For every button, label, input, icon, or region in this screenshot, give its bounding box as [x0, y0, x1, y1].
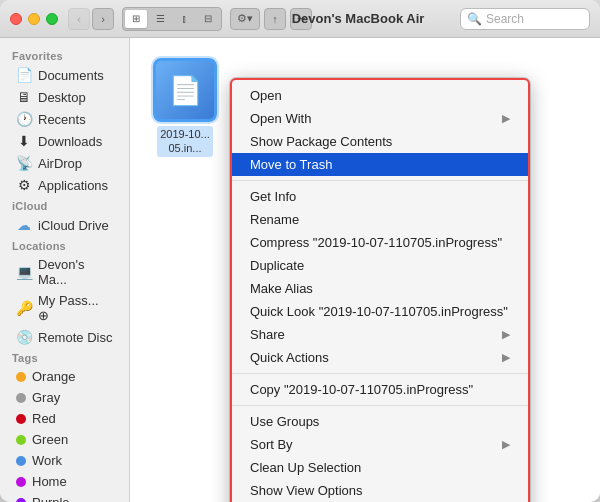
- menu-item-copy[interactable]: Copy "2019-10-07-110705.inProgress": [232, 378, 528, 401]
- sidebar-label-documents: Documents: [38, 68, 104, 83]
- menu-label-make-alias: Make Alias: [250, 281, 313, 296]
- documents-icon: 📄: [16, 67, 32, 83]
- search-placeholder: Search: [486, 12, 524, 26]
- view-controls: ⊞ ☰ ⫿ ⊟: [122, 7, 222, 31]
- downloads-icon: ⬇: [16, 133, 32, 149]
- menu-label-use-groups: Use Groups: [250, 414, 319, 429]
- red-dot: [16, 414, 26, 424]
- menu-item-duplicate[interactable]: Duplicate: [232, 254, 528, 277]
- menu-item-sort-by[interactable]: Sort By ▶: [232, 433, 528, 456]
- sidebar-item-applications[interactable]: ⚙ Applications: [4, 174, 125, 196]
- menu-label-clean-up: Clean Up Selection: [250, 460, 361, 475]
- menu-label-copy: Copy "2019-10-07-110705.inProgress": [250, 382, 473, 397]
- green-dot: [16, 435, 26, 445]
- menu-label-show-package: Show Package Contents: [250, 134, 392, 149]
- devons-mac-icon: 💻: [16, 264, 32, 280]
- icon-view-button[interactable]: ⊞: [125, 10, 147, 28]
- sidebar-item-purple[interactable]: Purple: [4, 492, 125, 502]
- icloud-drive-icon: ☁: [16, 217, 32, 233]
- menu-item-open-with[interactable]: Open With ▶: [232, 107, 528, 130]
- sidebar-item-recents[interactable]: 🕐 Recents: [4, 108, 125, 130]
- sidebar-label-orange: Orange: [32, 369, 75, 384]
- menu-item-rename[interactable]: Rename: [232, 208, 528, 231]
- menu-label-duplicate: Duplicate: [250, 258, 304, 273]
- traffic-lights: [10, 13, 58, 25]
- menu-label-quick-actions: Quick Actions: [250, 350, 329, 365]
- share-arrow: ▶: [502, 328, 510, 341]
- tags-label: Tags: [0, 348, 129, 366]
- titlebar: ‹ › ⊞ ☰ ⫿ ⊟ ⚙▾ ↑ ↩ Devon's MacBook Air 🔍…: [0, 0, 600, 38]
- column-view-button[interactable]: ⫿: [173, 10, 195, 28]
- menu-item-make-alias[interactable]: Make Alias: [232, 277, 528, 300]
- sidebar-item-icloud-drive[interactable]: ☁ iCloud Drive: [4, 214, 125, 236]
- main-area: Favorites 📄 Documents 🖥 Desktop 🕐 Recent…: [0, 38, 600, 502]
- sidebar-item-work[interactable]: Work: [4, 450, 125, 471]
- remote-disc-icon: 💿: [16, 329, 32, 345]
- locations-label: Locations: [0, 236, 129, 254]
- sidebar-item-desktop[interactable]: 🖥 Desktop: [4, 86, 125, 108]
- finder-window: ‹ › ⊞ ☰ ⫿ ⊟ ⚙▾ ↑ ↩ Devon's MacBook Air 🔍…: [0, 0, 600, 502]
- sidebar-label-work: Work: [32, 453, 62, 468]
- menu-label-sort-by: Sort By: [250, 437, 293, 452]
- close-button[interactable]: [10, 13, 22, 25]
- my-pass-icon: 🔑: [16, 300, 32, 316]
- sidebar-item-orange[interactable]: Orange: [4, 366, 125, 387]
- favorites-label: Favorites: [0, 46, 129, 64]
- menu-label-compress: Compress "2019-10-07-110705.inProgress": [250, 235, 502, 250]
- forward-button[interactable]: ›: [92, 8, 114, 30]
- sidebar-label-devons-mac: Devon's Ma...: [38, 257, 113, 287]
- recents-icon: 🕐: [16, 111, 32, 127]
- sidebar-label-green: Green: [32, 432, 68, 447]
- sidebar: Favorites 📄 Documents 🖥 Desktop 🕐 Recent…: [0, 38, 130, 502]
- menu-item-open[interactable]: Open: [232, 84, 528, 107]
- sidebar-item-gray[interactable]: Gray: [4, 387, 125, 408]
- home-dot: [16, 477, 26, 487]
- menu-item-quick-actions[interactable]: Quick Actions ▶: [232, 346, 528, 369]
- menu-label-rename: Rename: [250, 212, 299, 227]
- back-button[interactable]: ‹: [68, 8, 90, 30]
- list-view-button[interactable]: ☰: [149, 10, 171, 28]
- icloud-label: iCloud: [0, 196, 129, 214]
- sort-by-arrow: ▶: [502, 438, 510, 451]
- sidebar-label-recents: Recents: [38, 112, 86, 127]
- menu-item-compress[interactable]: Compress "2019-10-07-110705.inProgress": [232, 231, 528, 254]
- menu-item-show-view-options[interactable]: Show View Options: [232, 479, 528, 502]
- sidebar-item-devons-mac[interactable]: 💻 Devon's Ma...: [4, 254, 125, 290]
- sidebar-label-gray: Gray: [32, 390, 60, 405]
- menu-label-share: Share: [250, 327, 285, 342]
- file-item[interactable]: 📄 2019-10...05.in...: [140, 58, 230, 157]
- search-box[interactable]: 🔍 Search: [460, 8, 590, 30]
- menu-item-use-groups[interactable]: Use Groups: [232, 410, 528, 433]
- quick-actions-arrow: ▶: [502, 351, 510, 364]
- menu-separator-1: [232, 180, 528, 181]
- menu-label-quick-look: Quick Look "2019-10-07-110705.inProgress…: [250, 304, 508, 319]
- menu-label-show-view-options: Show View Options: [250, 483, 363, 498]
- applications-icon: ⚙: [16, 177, 32, 193]
- sidebar-item-remote-disc[interactable]: 💿 Remote Disc: [4, 326, 125, 348]
- menu-separator-3: [232, 405, 528, 406]
- sidebar-item-documents[interactable]: 📄 Documents: [4, 64, 125, 86]
- sidebar-label-icloud-drive: iCloud Drive: [38, 218, 109, 233]
- menu-item-move-to-trash[interactable]: Move to Trash: [232, 153, 528, 176]
- sidebar-item-downloads[interactable]: ⬇ Downloads: [4, 130, 125, 152]
- menu-item-quick-look[interactable]: Quick Look "2019-10-07-110705.inProgress…: [232, 300, 528, 323]
- minimize-button[interactable]: [28, 13, 40, 25]
- sidebar-item-green[interactable]: Green: [4, 429, 125, 450]
- menu-item-show-package[interactable]: Show Package Contents: [232, 130, 528, 153]
- sidebar-item-home[interactable]: Home: [4, 471, 125, 492]
- finder-content: 📄 2019-10...05.in... Open Open With ▶ Sh…: [130, 38, 600, 502]
- sidebar-item-my-pass[interactable]: 🔑 My Pass... ⊕: [4, 290, 125, 326]
- menu-item-share[interactable]: Share ▶: [232, 323, 528, 346]
- sidebar-label-home: Home: [32, 474, 67, 489]
- sidebar-label-remote-disc: Remote Disc: [38, 330, 112, 345]
- menu-item-clean-up[interactable]: Clean Up Selection: [232, 456, 528, 479]
- nav-buttons: ‹ ›: [68, 8, 114, 30]
- sidebar-label-my-pass: My Pass... ⊕: [38, 293, 113, 323]
- sidebar-item-red[interactable]: Red: [4, 408, 125, 429]
- maximize-button[interactable]: [46, 13, 58, 25]
- gallery-view-button[interactable]: ⊟: [197, 10, 219, 28]
- desktop-icon: 🖥: [16, 89, 32, 105]
- sidebar-item-airdrop[interactable]: 📡 AirDrop: [4, 152, 125, 174]
- purple-dot: [16, 498, 26, 503]
- menu-item-get-info[interactable]: Get Info: [232, 185, 528, 208]
